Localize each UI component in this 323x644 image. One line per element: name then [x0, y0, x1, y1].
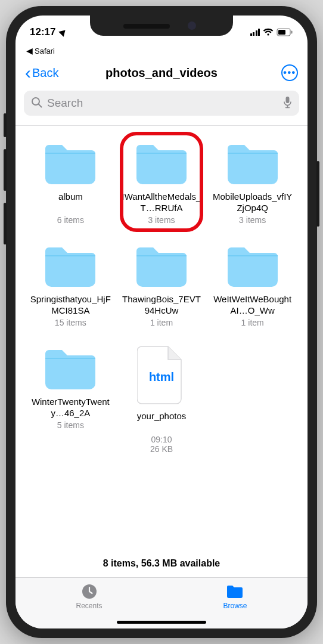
- more-button[interactable]: •••: [281, 64, 298, 81]
- folder-icon: [226, 583, 244, 600]
- item-name: MobileUploads_vfIYZjOp4Q: [212, 191, 293, 214]
- search-icon: [31, 97, 42, 110]
- side-button: [4, 203, 7, 244]
- cell-signal-icon: [250, 29, 260, 36]
- folder-item[interactable]: MobileUploads_vfIYZjOp4Q3 items: [209, 140, 296, 225]
- back-label: Back: [32, 66, 58, 80]
- breadcrumb[interactable]: ◀ Safari: [15, 44, 308, 57]
- svg-rect-5: [286, 97, 290, 103]
- item-name: album: [58, 191, 83, 214]
- page-title: photos_and_videos: [15, 66, 308, 80]
- folder-icon: [42, 345, 99, 391]
- item-subtitle: 5 items: [57, 420, 84, 430]
- item-subtitle: 15 items: [55, 318, 86, 327]
- notch: [90, 16, 233, 36]
- folder-item[interactable]: album6 items: [27, 140, 114, 225]
- side-button: [4, 149, 7, 191]
- tab-recents[interactable]: Recents: [76, 583, 102, 610]
- item-name: IWantAlltheMedals_T…RRUfA: [121, 191, 202, 214]
- folder-item[interactable]: IWantAlltheMedals_T…RRUfA3 items: [119, 140, 205, 225]
- chevron-left-icon: ‹: [25, 64, 31, 82]
- folder-icon: [224, 243, 281, 288]
- file-item[interactable]: htmlyour_photos09:1026 KB: [119, 345, 205, 454]
- tab-label: Browse: [223, 602, 247, 610]
- phone-frame: 12:17 ◀ Safari ‹: [6, 6, 317, 638]
- item-name: WeItWeItWeBoughtAI…O_Ww: [212, 294, 293, 317]
- folder-icon: [42, 140, 99, 185]
- nav-bar: ‹ Back photos_and_videos •••: [15, 57, 308, 88]
- folder-item[interactable]: WinterTwentyTwenty…46_2A5 items: [27, 345, 114, 454]
- battery-icon: [277, 28, 293, 36]
- item-subtitle: 1 item: [150, 318, 173, 327]
- folder-icon: [133, 243, 190, 288]
- item-name: your_photos: [137, 411, 187, 434]
- home-indicator[interactable]: [117, 621, 206, 624]
- item-subtitle: 3 items: [148, 215, 175, 225]
- folder-item[interactable]: Springisthatyou_HjFMCI81SA15 items: [27, 243, 114, 327]
- svg-point-3: [32, 98, 39, 105]
- tab-label: Recents: [76, 602, 102, 610]
- item-subtitle: 09:10: [151, 435, 172, 444]
- breadcrumb-app: Safari: [35, 47, 55, 55]
- item-name: WinterTwentyTwenty…46_2A: [30, 397, 111, 419]
- screen: 12:17 ◀ Safari ‹: [15, 16, 308, 628]
- mic-icon[interactable]: [283, 96, 292, 111]
- search-field[interactable]: [24, 91, 299, 116]
- folder-item[interactable]: ThawingBois_7EVT94HcUw1 item: [119, 243, 205, 327]
- svg-text:html: html: [149, 370, 174, 383]
- item-subtitle: 1 item: [241, 318, 264, 327]
- folder-item[interactable]: WeItWeItWeBoughtAI…O_Ww1 item: [209, 243, 296, 327]
- svg-rect-1: [278, 30, 285, 35]
- folder-icon: [42, 243, 99, 288]
- item-subtitle: 3 items: [239, 215, 266, 225]
- svg-line-4: [39, 104, 42, 107]
- search-input[interactable]: [47, 97, 278, 110]
- item-name: ThawingBois_7EVT94HcUw: [121, 294, 202, 317]
- caret-left-icon: ◀: [26, 47, 33, 55]
- folder-icon: [224, 140, 281, 185]
- location-arrow-icon: [59, 27, 69, 37]
- wifi-icon: [263, 28, 274, 36]
- status-time: 12:17: [30, 26, 55, 38]
- item-subtitle-2: 26 KB: [150, 444, 173, 454]
- ellipsis-icon: •••: [283, 68, 296, 78]
- item-name: Springisthatyou_HjFMCI81SA: [30, 294, 111, 317]
- side-button: [4, 113, 7, 137]
- back-button[interactable]: ‹ Back: [25, 64, 58, 82]
- svg-rect-2: [291, 31, 293, 34]
- item-subtitle: 6 items: [57, 215, 84, 225]
- clock-icon: [80, 583, 98, 600]
- tab-browse[interactable]: Browse: [223, 583, 247, 610]
- item-grid: album6 itemsIWantAlltheMedals_T…RRUfA3 i…: [15, 126, 308, 552]
- folder-icon: [133, 140, 190, 185]
- side-button: [316, 161, 319, 227]
- html-file-icon: html: [137, 345, 186, 405]
- storage-summary: 8 items, 56.3 MB available: [15, 552, 308, 577]
